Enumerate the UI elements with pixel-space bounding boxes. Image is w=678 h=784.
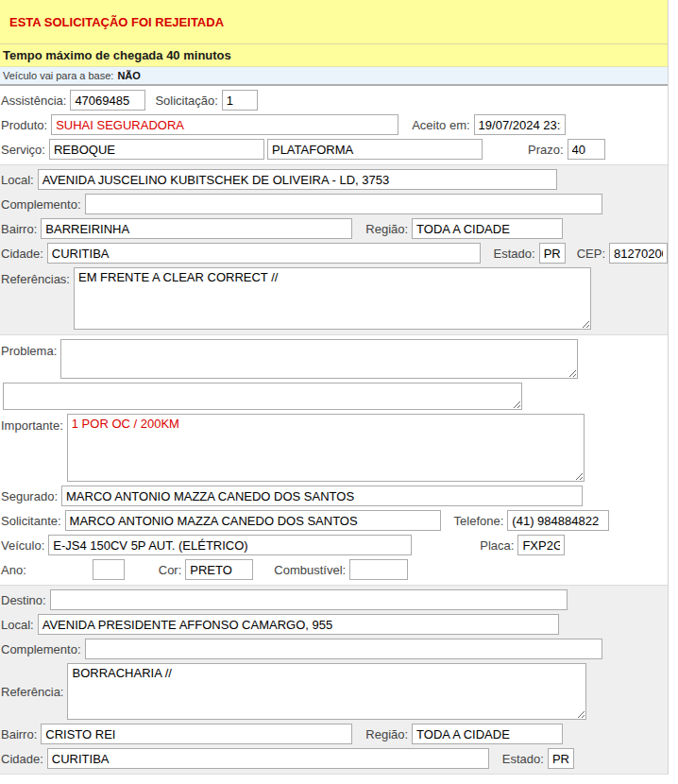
origem-estado-input[interactable] bbox=[539, 243, 566, 264]
combustivel-input[interactable] bbox=[349, 559, 408, 580]
segurado-input[interactable] bbox=[61, 486, 583, 506]
prazo-label: Prazo: bbox=[528, 143, 564, 157]
rejected-banner: ESTA SOLICITAÇÃO FOI REJEITADA bbox=[0, 0, 668, 44]
row-origem-cidade: Cidade: Estado: CEP: bbox=[0, 241, 668, 265]
row-veiculo: Veículo: Placa: bbox=[0, 533, 668, 557]
vehicle-to-base-label: Veículo vai para a base: bbox=[3, 70, 113, 81]
destino-regiao-label: Região: bbox=[365, 727, 408, 741]
destino-estado-label: Estado: bbox=[502, 752, 544, 766]
row-origem-local: Local: bbox=[0, 167, 668, 192]
veiculo-label: Veículo: bbox=[1, 538, 44, 553]
row-importante: Importante: 1 POR OC / 200KM bbox=[0, 412, 668, 484]
origem-complemento-input[interactable] bbox=[85, 194, 602, 214]
destino-local-input[interactable] bbox=[38, 614, 559, 635]
prazo-input[interactable] bbox=[568, 139, 605, 160]
importante-label: Importante: bbox=[1, 414, 63, 433]
row-origem-bairro: Bairro: Região: bbox=[0, 216, 668, 241]
placa-input[interactable] bbox=[517, 535, 565, 555]
origem-cep-input[interactable] bbox=[609, 243, 668, 264]
row-solicitante: Solicitante: Telefone: bbox=[0, 508, 668, 533]
assistencia-label: Assistência: bbox=[1, 94, 66, 108]
origem-regiao-label: Região: bbox=[365, 222, 408, 236]
origem-cidade-input[interactable] bbox=[47, 243, 481, 264]
ano-input[interactable] bbox=[93, 559, 125, 580]
observacao-extra-textarea[interactable] bbox=[3, 383, 522, 410]
row-destino: Destino: bbox=[0, 588, 668, 612]
problema-label: Problema: bbox=[1, 339, 57, 358]
vehicle-to-base-bar: Veículo vai para a base: NÃO bbox=[0, 67, 668, 86]
destino-regiao-input[interactable] bbox=[412, 724, 563, 744]
row-problema: Problema: bbox=[0, 337, 668, 381]
telefone-input[interactable] bbox=[507, 510, 609, 531]
max-arrival-text: Tempo máximo de chegada 40 minutos bbox=[3, 48, 231, 62]
origem-referencias-textarea[interactable]: EM FRENTE A CLEAR CORRECT // bbox=[74, 267, 591, 330]
destino-complemento-input[interactable] bbox=[85, 639, 602, 659]
row-destino-referencia: Referência: BORRACHARIA // bbox=[0, 661, 668, 722]
vehicle-to-base-value: NÃO bbox=[117, 70, 140, 81]
solicitacao-input[interactable] bbox=[222, 90, 258, 111]
row-observacao-extra bbox=[0, 381, 668, 412]
destino-bairro-label: Bairro: bbox=[1, 727, 37, 741]
servico-input[interactable] bbox=[49, 139, 264, 160]
solicitacao-label: Solicitação: bbox=[155, 94, 217, 108]
rejected-banner-text: ESTA SOLICITAÇÃO FOI REJEITADA bbox=[9, 15, 224, 29]
assistencia-input[interactable] bbox=[70, 90, 145, 111]
row-origem-complemento: Complemento: bbox=[0, 192, 668, 216]
row-produto: Produto: Aceito em: bbox=[0, 112, 668, 137]
section-problem-vehicle: Problema: Importante: 1 POR OC / 200KM S… bbox=[0, 335, 668, 585]
servico-tipo-input[interactable] bbox=[267, 139, 483, 160]
cor-label: Cor: bbox=[159, 563, 182, 577]
destino-input[interactable] bbox=[50, 589, 568, 610]
origem-bairro-label: Bairro: bbox=[1, 222, 37, 236]
aceito-em-label: Aceito em: bbox=[412, 118, 469, 132]
origem-estado-label: Estado: bbox=[494, 247, 535, 261]
origem-local-input[interactable] bbox=[38, 169, 557, 190]
max-arrival-banner: Tempo máximo de chegada 40 minutos bbox=[0, 44, 668, 67]
row-origem-referencias: Referências: EM FRENTE A CLEAR CORRECT /… bbox=[0, 265, 668, 332]
row-assistencia: Assistência: Solicitação: bbox=[0, 88, 668, 112]
importante-textarea[interactable]: 1 POR OC / 200KM bbox=[67, 414, 585, 482]
ano-label: Ano: bbox=[1, 563, 26, 577]
destino-referencia-textarea[interactable]: BORRACHARIA // bbox=[67, 663, 586, 720]
section-destination: Destino: Local: Complemento: Referência:… bbox=[0, 585, 668, 775]
section-header-fields: Assistência: Solicitação: Produto: Aceit… bbox=[0, 86, 668, 164]
origem-cep-label: CEP: bbox=[577, 247, 605, 261]
row-destino-cidade: Cidade: Estado: bbox=[0, 746, 668, 771]
origem-local-label: Local: bbox=[1, 173, 34, 187]
row-servico: Serviço: Prazo: bbox=[0, 137, 668, 162]
destino-label: Destino: bbox=[1, 593, 46, 607]
aceito-em-input[interactable] bbox=[474, 114, 566, 135]
solicitante-label: Solicitante: bbox=[1, 514, 61, 528]
destino-cidade-input[interactable] bbox=[47, 748, 489, 769]
section-origin-address: Local: Complemento: Bairro: Região: Cida… bbox=[0, 164, 668, 335]
segurado-label: Segurado: bbox=[1, 489, 58, 503]
produto-label: Produto: bbox=[1, 118, 47, 132]
destino-cidade-label: Cidade: bbox=[1, 752, 43, 766]
solicitante-input[interactable] bbox=[65, 510, 441, 531]
origem-bairro-input[interactable] bbox=[41, 218, 352, 239]
row-destino-bairro: Bairro: Região: bbox=[0, 722, 668, 746]
origem-complemento-label: Complemento: bbox=[1, 197, 81, 212]
telefone-label: Telefone: bbox=[454, 514, 504, 528]
row-destino-local: Local: bbox=[0, 612, 668, 637]
row-destino-complemento: Complemento: bbox=[0, 637, 668, 661]
placa-label: Placa: bbox=[480, 538, 514, 553]
destino-local-label: Local: bbox=[1, 618, 34, 632]
destino-complemento-label: Complemento: bbox=[1, 642, 81, 656]
cor-input[interactable] bbox=[185, 559, 253, 580]
destino-bairro-input[interactable] bbox=[41, 724, 352, 744]
destino-referencia-label: Referência: bbox=[1, 685, 63, 699]
produto-input[interactable] bbox=[51, 114, 398, 135]
destino-estado-input[interactable] bbox=[548, 748, 574, 769]
combustivel-label: Combustível: bbox=[274, 563, 346, 577]
origem-regiao-input[interactable] bbox=[412, 218, 563, 239]
servico-label: Serviço: bbox=[1, 143, 45, 157]
origem-cidade-label: Cidade: bbox=[1, 247, 43, 261]
row-segurado: Segurado: bbox=[0, 484, 668, 508]
row-ano-cor-combustivel: Ano: Cor: Combustível: bbox=[0, 557, 668, 582]
origem-referencias-label: Referências: bbox=[1, 267, 70, 286]
problema-textarea[interactable] bbox=[60, 339, 578, 379]
veiculo-input[interactable] bbox=[48, 535, 412, 555]
request-detail-page: ESTA SOLICITAÇÃO FOI REJEITADA Tempo máx… bbox=[0, 0, 669, 775]
